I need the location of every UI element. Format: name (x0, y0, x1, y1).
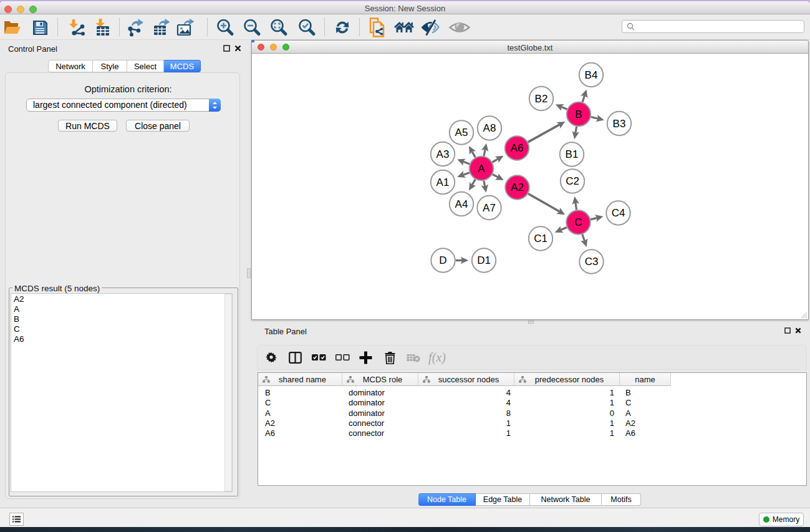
svg-text:C1: C1 (534, 233, 547, 244)
svg-text:B3: B3 (613, 118, 626, 130)
svg-text:A4: A4 (455, 198, 468, 210)
svg-text:C3: C3 (585, 256, 599, 268)
svg-text:A2: A2 (511, 181, 524, 193)
svg-text:A5: A5 (455, 127, 468, 138)
svg-text:C4: C4 (612, 207, 625, 219)
svg-text:A: A (478, 163, 485, 175)
svg-text:A1: A1 (436, 177, 450, 188)
svg-text:C: C (574, 216, 582, 228)
svg-text:A7: A7 (483, 202, 496, 214)
svg-text:C2: C2 (566, 175, 579, 187)
svg-text:D1: D1 (477, 254, 491, 266)
svg-text:A3: A3 (436, 148, 450, 160)
svg-text:D: D (439, 254, 446, 266)
svg-text:A6: A6 (511, 142, 524, 154)
svg-text:B1: B1 (566, 148, 579, 160)
svg-text:B4: B4 (585, 69, 598, 81)
svg-text:B: B (575, 109, 582, 120)
svg-text:A8: A8 (483, 122, 496, 134)
svg-text:B2: B2 (535, 93, 548, 105)
